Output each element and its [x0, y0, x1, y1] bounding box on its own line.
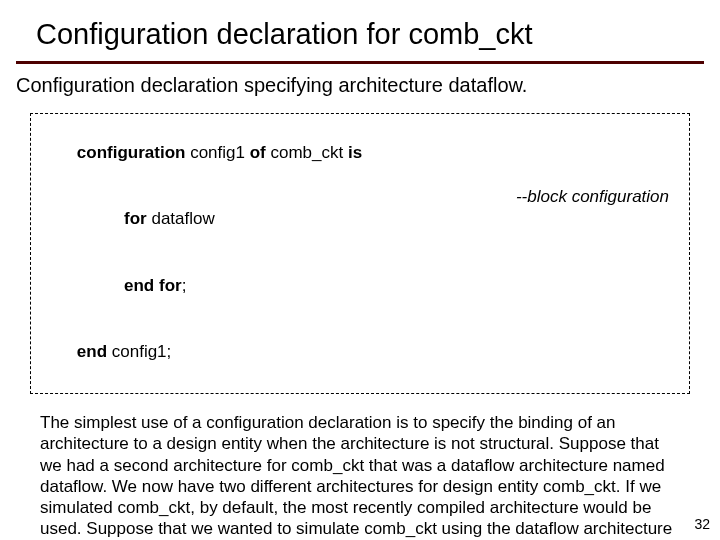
kw-of: of	[250, 143, 266, 162]
code-comment: --block configuration	[516, 186, 681, 252]
code-text: ;	[182, 276, 187, 295]
slide: Configuration declaration for comb_ckt C…	[0, 0, 720, 540]
code-line: configuration config1 of comb_ckt is	[39, 120, 681, 186]
body-paragraph: The simplest use of a configuration decl…	[0, 394, 720, 540]
code-line: end config1;	[39, 319, 681, 385]
indent	[77, 209, 124, 228]
page-number: 32	[694, 516, 710, 532]
code-text: config1	[185, 143, 249, 162]
code-text: comb_ckt	[266, 143, 348, 162]
indent	[77, 276, 124, 295]
kw-end: end	[77, 342, 107, 361]
code-line: end for;	[39, 253, 681, 319]
code-line: for dataflow --block configuration	[39, 186, 681, 252]
subtitle: Configuration declaration specifying arc…	[0, 74, 720, 107]
kw-end-for: end for	[124, 276, 182, 295]
code-text: config1;	[107, 342, 171, 361]
kw-for: for	[124, 209, 147, 228]
code-text: dataflow	[147, 209, 215, 228]
code-block: configuration config1 of comb_ckt is for…	[30, 113, 690, 394]
title-rule	[16, 61, 704, 64]
kw-configuration: configuration	[77, 143, 186, 162]
kw-is: is	[348, 143, 362, 162]
page-title: Configuration declaration for comb_ckt	[0, 0, 720, 57]
